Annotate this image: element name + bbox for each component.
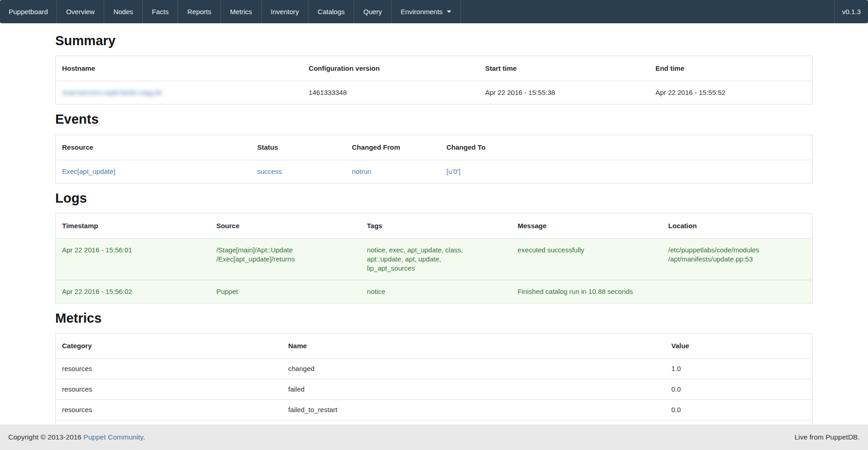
col-tags: Tags: [361, 214, 511, 239]
log-timestamp: Apr 22 2016 - 15:56:02: [56, 280, 210, 303]
log-timestamp: Apr 22 2016 - 15:56:01: [56, 239, 210, 280]
metrics-header-row: Category Name Value: [56, 334, 813, 359]
nav-item-reports[interactable]: Reports: [178, 0, 220, 23]
version-badge: v0.1.3: [834, 0, 868, 23]
col-config-version: Configuration version: [302, 56, 479, 81]
logs-table: Timestamp Source Tags Message Location A…: [55, 213, 813, 303]
event-changed-to: [u'0']: [440, 160, 812, 183]
copyright-text: Copyright © 2013-2016 Puppet Community.: [8, 433, 145, 441]
event-status: success: [251, 160, 345, 183]
log-location: [662, 280, 812, 303]
metric-row: resources changed 1.0: [56, 359, 813, 379]
summary-table: Hostname Configuration version Start tim…: [55, 56, 813, 105]
col-hostname: Hostname: [56, 56, 303, 81]
metric-row: resources failed_to_restart 0.0: [56, 400, 813, 420]
nav-item-inventory[interactable]: Inventory: [261, 0, 308, 23]
nav-dropdown-environments[interactable]: Environments: [391, 0, 461, 23]
caret-down-icon: [447, 10, 451, 13]
col-category: Category: [56, 334, 282, 359]
nav-item-query[interactable]: Query: [354, 0, 391, 23]
nav-item-nodes[interactable]: Nodes: [104, 0, 142, 23]
metric-value: 0.0: [665, 400, 813, 420]
copyright-suffix: .: [143, 433, 145, 441]
event-changed-from: notrun: [345, 160, 440, 183]
log-row: Apr 22 2016 - 15:56:02 Puppet notice Fin…: [56, 280, 813, 303]
log-message: Finished catalog run in 10.88 seconds: [511, 280, 662, 303]
col-timestamp: Timestamp: [56, 214, 210, 239]
logs-header-row: Timestamp Source Tags Message Location: [56, 214, 813, 239]
environments-label: Environments: [401, 8, 443, 16]
hostname-link[interactable]: snat-tservom.mpib-berlin.mpg.de: [62, 89, 162, 96]
start-time-value: Apr 22 2016 - 15:55:38: [479, 81, 649, 105]
metric-name: failed_to_restart: [282, 400, 665, 420]
log-location: /etc/puppetlabs/code/modules /apt/manife…: [662, 239, 812, 280]
col-source: Source: [210, 214, 361, 239]
logs-heading: Logs: [55, 191, 813, 206]
brand-puppetboard[interactable]: Puppetboard: [0, 0, 57, 23]
events-heading: Events: [55, 112, 813, 127]
report-page: Summary Hostname Configuration version S…: [0, 23, 868, 450]
col-status: Status: [251, 135, 345, 160]
config-version-value: 1461333348: [302, 81, 479, 105]
nav-item-overview[interactable]: Overview: [57, 0, 104, 23]
puppet-community-link[interactable]: Puppet Community: [84, 433, 143, 441]
navbar-links: Puppetboard Overview Nodes Facts Reports…: [0, 0, 461, 23]
metric-row: resources failed 0.0: [56, 379, 813, 400]
summary-header-row: Hostname Configuration version Start tim…: [56, 56, 813, 81]
col-name: Name: [282, 334, 665, 359]
metric-category: resources: [56, 400, 282, 420]
summary-row: snat-tservom.mpib-berlin.mpg.de 14613333…: [56, 81, 813, 105]
col-changed-from: Changed From: [345, 135, 440, 160]
page-footer: Copyright © 2013-2016 Puppet Community. …: [0, 424, 868, 450]
metrics-table: Category Name Value resources changed 1.…: [55, 333, 813, 436]
metric-value: 0.0: [665, 379, 813, 400]
top-navbar: Puppetboard Overview Nodes Facts Reports…: [0, 0, 868, 23]
summary-heading: Summary: [55, 33, 813, 48]
metrics-heading: Metrics: [55, 311, 813, 326]
col-location: Location: [662, 214, 812, 239]
metric-name: failed: [282, 379, 665, 400]
col-end-time: End time: [649, 56, 812, 81]
metric-value: 1.0: [665, 359, 813, 379]
metric-category: resources: [56, 359, 282, 379]
nav-item-catalogs[interactable]: Catalogs: [308, 0, 354, 23]
log-row: Apr 22 2016 - 15:56:01 /Stage[main]/Apt:…: [56, 239, 813, 280]
event-row: Exec[apt_update] success notrun [u'0']: [56, 160, 813, 183]
log-tags: notice: [361, 280, 511, 303]
log-tags: notice, exec, apt_update, class, apt::up…: [361, 239, 511, 280]
col-message: Message: [511, 214, 662, 239]
end-time-value: Apr 22 2016 - 15:55:52: [649, 81, 812, 105]
copyright-prefix: Copyright © 2013-2016: [8, 433, 84, 441]
log-source: /Stage[main]/Apt::Update /Exec[apt_updat…: [210, 239, 361, 280]
nav-item-metrics[interactable]: Metrics: [220, 0, 261, 23]
event-resource-link[interactable]: Exec[apt_update]: [62, 167, 115, 175]
metric-category: resources: [56, 379, 282, 400]
log-message: executed successfully: [511, 239, 662, 280]
events-header-row: Resource Status Changed From Changed To: [56, 135, 813, 160]
puppetdb-status-text: Live from PuppetDB.: [795, 433, 860, 441]
nav-item-facts[interactable]: Facts: [142, 0, 178, 23]
events-table: Resource Status Changed From Changed To …: [55, 135, 813, 183]
col-value: Value: [665, 334, 813, 359]
col-changed-to: Changed To: [440, 135, 812, 160]
col-resource: Resource: [56, 135, 251, 160]
col-start-time: Start time: [479, 56, 649, 81]
metric-name: changed: [282, 359, 665, 379]
log-source: Puppet: [210, 280, 361, 303]
